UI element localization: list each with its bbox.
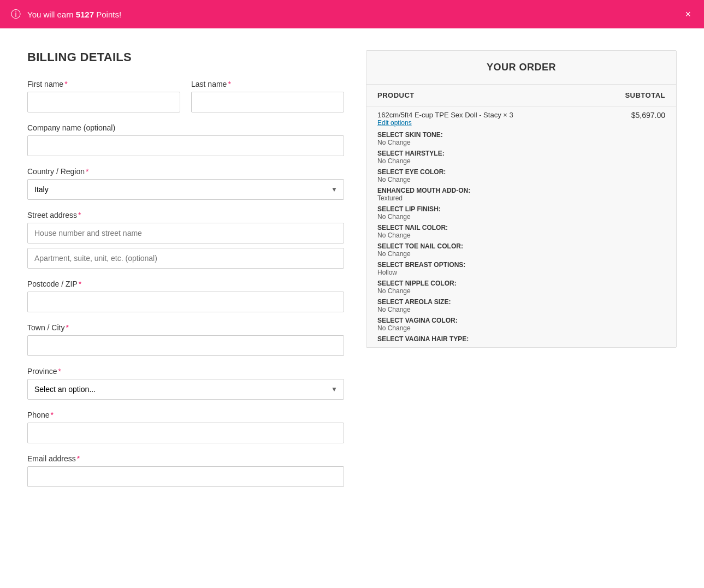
option-label-9: SELECT AREOLA SIZE:	[377, 298, 578, 306]
country-label: Country / Region*	[27, 167, 344, 176]
country-select[interactable]: Italy	[27, 179, 344, 200]
edit-options-link[interactable]: Edit options	[377, 119, 578, 127]
postcode-input[interactable]	[27, 292, 344, 312]
first-name-label: First name*	[27, 80, 180, 88]
option-value-4: No Change	[377, 213, 578, 221]
col-subtotal-header: SUBTOTAL	[589, 85, 676, 106]
company-label: Company name (optional)	[27, 123, 344, 132]
last-name-group: Last name*	[191, 80, 344, 112]
option-label-0: SELECT SKIN TONE:	[377, 131, 578, 139]
option-label-4: SELECT LIP FINISH:	[377, 205, 578, 213]
city-label: Town / City*	[27, 323, 344, 332]
col-product-header: PRODUCT	[366, 85, 589, 106]
country-select-wrapper: Italy ▼	[27, 179, 344, 200]
table-header-row: PRODUCT SUBTOTAL	[366, 85, 676, 106]
option-label-1: SELECT HAIRSTYLE:	[377, 150, 578, 157]
postcode-group: Postcode / ZIP*	[27, 280, 344, 312]
option-value-8: No Change	[377, 287, 578, 295]
option-value-0: No Change	[377, 139, 578, 146]
order-section: YOUR ORDER PRODUCT SUBTOTAL 162cm/5ft4 E…	[366, 50, 677, 348]
street-label: Street address*	[27, 211, 344, 219]
option-value-2: No Change	[377, 176, 578, 183]
company-input[interactable]	[27, 135, 344, 156]
info-icon: ⓘ	[11, 8, 21, 21]
option-value-3: Textured	[377, 194, 578, 202]
points-value: 5127	[76, 10, 94, 19]
option-value-10: No Change	[377, 324, 578, 332]
order-title: YOUR ORDER	[366, 51, 676, 85]
banner-text: You will earn 5127 Points!	[27, 10, 683, 19]
province-select-wrapper: Select an option... ▼	[27, 379, 344, 400]
country-group: Country / Region* Italy ▼	[27, 167, 344, 200]
phone-label: Phone*	[27, 411, 344, 419]
option-value-7: Hollow	[377, 269, 578, 276]
apt-input[interactable]	[27, 248, 344, 269]
option-label-2: SELECT EYE COLOR:	[377, 168, 578, 176]
product-quantity: × 3	[503, 111, 513, 119]
name-row: First name* Last name*	[27, 80, 344, 112]
email-input[interactable]	[27, 466, 344, 487]
points-banner: ⓘ You will earn 5127 Points! ×	[0, 0, 704, 28]
option-value-5: No Change	[377, 231, 578, 239]
province-group: Province* Select an option... ▼	[27, 367, 344, 400]
option-value-6: No Change	[377, 250, 578, 258]
option-label-7: SELECT BREAST OPTIONS:	[377, 261, 578, 269]
postcode-label: Postcode / ZIP*	[27, 280, 344, 288]
email-label: Email address*	[27, 454, 344, 463]
option-value-1: No Change	[377, 157, 578, 165]
billing-section: BILLING DETAILS First name* Last name* C…	[27, 50, 344, 498]
province-label: Province*	[27, 367, 344, 376]
company-group: Company name (optional)	[27, 123, 344, 156]
first-name-group: First name*	[27, 80, 180, 112]
city-group: Town / City*	[27, 323, 344, 356]
option-label-3: ENHANCED MOUTH ADD-ON:	[377, 187, 578, 194]
street-input[interactable]	[27, 223, 344, 243]
option-label-10: SELECT VAGINA COLOR:	[377, 317, 578, 324]
billing-title: BILLING DETAILS	[27, 50, 344, 64]
order-table: PRODUCT SUBTOTAL 162cm/5ft4 E-cup TPE Se…	[366, 85, 676, 347]
option-label-11: SELECT VAGINA HAIR TYPE:	[377, 335, 578, 343]
last-name-label: Last name*	[191, 80, 344, 88]
table-row: 162cm/5ft4 E-cup TPE Sex Doll - Stacy × …	[366, 106, 676, 348]
option-value-9: No Change	[377, 306, 578, 313]
subtotal-cell: $5,697.00	[589, 106, 676, 348]
product-name: 162cm/5ft4 E-cup TPE Sex Doll - Stacy × …	[377, 111, 513, 119]
email-group: Email address*	[27, 454, 344, 487]
phone-group: Phone*	[27, 411, 344, 443]
option-label-6: SELECT TOE NAIL COLOR:	[377, 242, 578, 250]
first-name-input[interactable]	[27, 92, 180, 112]
option-label-5: SELECT NAIL COLOR:	[377, 224, 578, 231]
product-cell: 162cm/5ft4 E-cup TPE Sex Doll - Stacy × …	[366, 106, 589, 348]
banner-close-button[interactable]: ×	[683, 9, 693, 20]
province-select[interactable]: Select an option...	[27, 379, 344, 400]
phone-input[interactable]	[27, 423, 344, 443]
last-name-input[interactable]	[191, 92, 344, 112]
page-container: BILLING DETAILS First name* Last name* C…	[0, 28, 704, 520]
city-input[interactable]	[27, 335, 344, 356]
option-label-8: SELECT NIPPLE COLOR:	[377, 280, 578, 287]
street-group: Street address*	[27, 211, 344, 269]
